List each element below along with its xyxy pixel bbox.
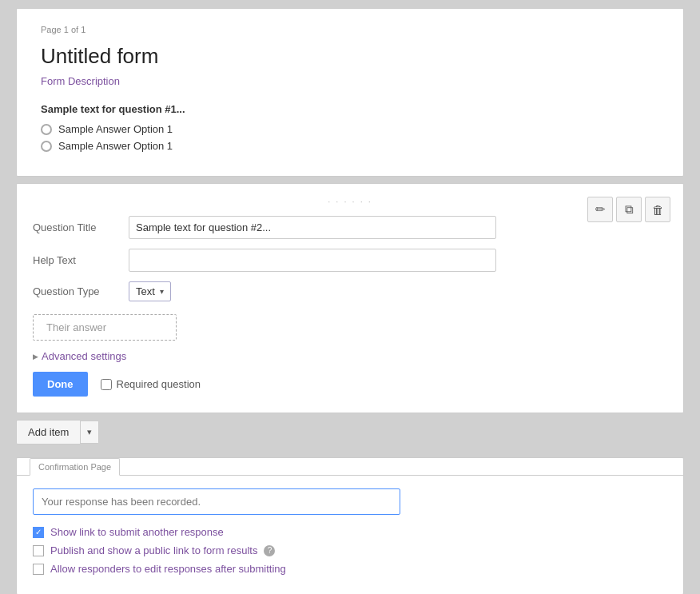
help-icon[interactable]: ? [264, 545, 275, 556]
page-label: Page 1 of 1 [41, 25, 659, 34]
conf-label-1: Publish and show a public link to form r… [50, 544, 257, 556]
edit-button[interactable]: ✏ [587, 197, 613, 222]
copy-button[interactable]: ⧉ [616, 197, 642, 222]
add-item-row: Add item ▾ [16, 420, 684, 445]
help-text-row: Help Text [33, 249, 667, 272]
advanced-settings-label: Advanced settings [42, 350, 126, 362]
conf-option-0: Show link to submit another response [33, 526, 667, 538]
advanced-settings-toggle[interactable]: ▶ Advanced settings [33, 350, 667, 362]
radio-circle-1 [41, 124, 52, 135]
chevron-down-icon: ▾ [160, 287, 164, 296]
question-type-select[interactable]: Text ▾ [129, 281, 171, 301]
conf-checkbox-1[interactable] [33, 545, 44, 556]
form-description[interactable]: Form Description [41, 75, 659, 87]
conf-checkbox-2[interactable] [33, 564, 44, 575]
question-type-label: Question Type [33, 285, 129, 297]
their-answer-box: Their answer [33, 314, 177, 341]
question-title-row: Question Title [33, 216, 667, 239]
answer-option-2-label: Sample Answer Option 1 [58, 140, 173, 152]
confirmation-card: Confirmation Page Show link to submit an… [16, 457, 684, 594]
triangle-icon: ▶ [33, 353, 38, 361]
confirmation-response-input[interactable] [33, 488, 400, 515]
required-checkbox[interactable] [101, 379, 112, 390]
answer-option-1[interactable]: Sample Answer Option 1 [41, 123, 659, 135]
answer-option-1-label: Sample Answer Option 1 [58, 123, 173, 135]
conf-option-2: Allow responders to edit responses after… [33, 563, 667, 575]
drag-handle: · · · · · · [33, 197, 667, 206]
form-title[interactable]: Untitled form [41, 44, 659, 69]
confirmation-body: Show link to submit another response Pub… [17, 475, 683, 594]
conf-label-0: Show link to submit another response [50, 526, 224, 538]
question1-text: Sample text for question #1... [41, 103, 659, 115]
editor-card: · · · · · · ✏ ⧉ 🗑 Question Title Help Te… [16, 183, 684, 413]
form-card: Page 1 of 1 Untitled form Form Descripti… [16, 8, 684, 177]
required-label: Required question [117, 378, 201, 390]
answer-option-2[interactable]: Sample Answer Option 1 [41, 140, 659, 152]
question-title-label: Question Title [33, 221, 129, 233]
add-item-button[interactable]: Add item [16, 420, 81, 445]
toolbar-icons: ✏ ⧉ 🗑 [587, 197, 670, 222]
delete-button[interactable]: 🗑 [645, 197, 670, 222]
conf-label-2: Allow responders to edit responses after… [50, 563, 286, 575]
add-item-dropdown-button[interactable]: ▾ [81, 421, 99, 444]
confirmation-tab[interactable]: Confirmation Page [17, 458, 683, 475]
done-button[interactable]: Done [33, 372, 88, 397]
required-row: Required question [101, 378, 201, 390]
question-type-row: Question Type Text ▾ [33, 281, 667, 301]
question-title-input[interactable] [129, 216, 496, 239]
help-text-label: Help Text [33, 254, 129, 266]
main-wrapper: Page 1 of 1 Untitled form Form Descripti… [16, 8, 684, 594]
radio-circle-2 [41, 141, 52, 152]
conf-checkbox-0[interactable] [33, 527, 44, 538]
help-text-input[interactable] [129, 249, 496, 272]
question-type-value: Text [136, 285, 155, 297]
answer-preview: Their answer [33, 314, 667, 341]
conf-option-1: Publish and show a public link to form r… [33, 544, 667, 556]
confirmation-tab-label: Confirmation Page [30, 458, 120, 476]
bottom-row: Done Required question [33, 372, 667, 397]
